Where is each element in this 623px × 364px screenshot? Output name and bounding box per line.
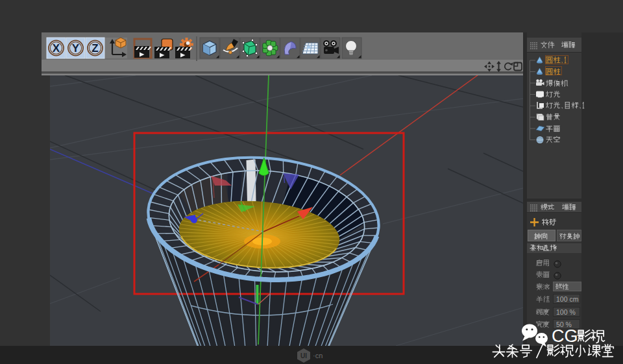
svg-text:UI: UI <box>300 352 307 359</box>
svg-text:·cn: ·cn <box>313 352 323 359</box>
svg-text:X: X <box>53 42 60 55</box>
svg-text:Y: Y <box>72 42 80 55</box>
svg-text:Z: Z <box>92 42 98 55</box>
